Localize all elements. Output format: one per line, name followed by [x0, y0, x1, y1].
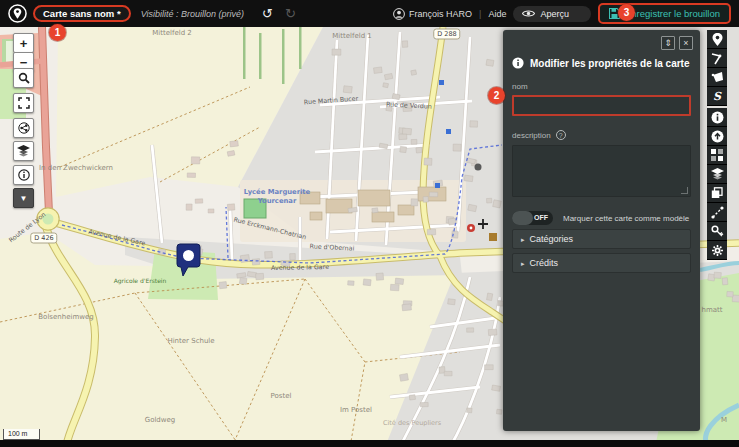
section-credits[interactable]: ▸Crédits: [512, 253, 691, 273]
share-button[interactable]: [13, 118, 34, 138]
draw-polyline-icon: [711, 52, 724, 65]
user-name: François HARO: [409, 9, 472, 19]
redo-button[interactable]: ↻: [285, 6, 296, 21]
measure-icon: [711, 206, 724, 219]
fullscreen-icon: [18, 97, 30, 109]
settings-button[interactable]: [707, 241, 727, 260]
section-categories-label: Catégories: [530, 234, 574, 244]
user-menu[interactable]: François HARO: [393, 8, 472, 20]
map-title-button[interactable]: Carte sans nom *: [33, 5, 131, 22]
map-marker-pin[interactable]: [176, 243, 202, 283]
separator: |: [479, 9, 481, 19]
name-input[interactable]: [512, 95, 691, 116]
user-icon: [393, 8, 405, 20]
map-properties-panel: ⇕ × Modifier les propriétés de la carte …: [503, 30, 700, 431]
draw-polygon-icon: [711, 71, 724, 83]
about-button[interactable]: [13, 165, 34, 185]
draw-marker-icon: [712, 33, 723, 46]
save-draft-label: Enregistrer le brouillon: [625, 8, 720, 19]
import-data-button[interactable]: [707, 127, 727, 146]
info-icon: [18, 169, 30, 181]
panel-title: Modifier les propriétés de la carte: [530, 58, 690, 69]
layers-button[interactable]: [13, 141, 34, 161]
share-icon: [18, 122, 30, 134]
layers-icon: [17, 145, 30, 157]
chevron-right-icon: ▸: [521, 236, 525, 243]
draw-curve-icon: S: [713, 90, 721, 103]
description-field-label: description: [512, 131, 551, 140]
help-question-icon[interactable]: ?: [556, 130, 566, 140]
tilelayer-icon: [711, 168, 724, 180]
info-icon: [512, 57, 524, 69]
section-categories[interactable]: ▸Catégories: [512, 229, 691, 249]
chevron-down-icon: ▼: [20, 194, 28, 203]
zoom-in-button[interactable]: +: [13, 33, 34, 53]
duplicate-map-icon: [711, 187, 723, 199]
info-icon: [711, 111, 724, 124]
visibility-status: Visibilité : Brouillon (privé): [141, 9, 244, 19]
duplicate-map-button[interactable]: [707, 184, 727, 203]
settings-gear-icon: [711, 244, 724, 257]
search-button[interactable]: [13, 68, 34, 88]
preview-label: Aperçu: [540, 9, 569, 19]
manage-layers-button[interactable]: [707, 146, 727, 165]
chevron-right-icon: ▸: [521, 260, 525, 267]
annotation-badge-1: 1: [49, 24, 66, 41]
search-icon: [18, 72, 30, 84]
draw-curve-button[interactable]: S: [707, 87, 727, 106]
map-info-button[interactable]: [707, 108, 727, 127]
undo-button[interactable]: ↺: [262, 6, 273, 21]
permissions-button[interactable]: [707, 222, 727, 241]
zoom-in-icon: +: [20, 36, 28, 51]
panel-close-button[interactable]: ×: [679, 36, 693, 50]
draw-polygon-button[interactable]: [707, 68, 727, 87]
eye-icon: [522, 9, 535, 18]
template-toggle-label: Marquer cette carte comme modèle: [563, 214, 689, 223]
annotation-badge-3: 3: [618, 4, 635, 21]
draw-marker-button[interactable]: [707, 30, 727, 49]
bottom-strip: [0, 440, 739, 447]
more-controls-button[interactable]: ▼: [13, 188, 34, 208]
panel-resize-button[interactable]: ⇕: [661, 36, 675, 50]
import-icon: [711, 130, 724, 143]
umap-logo-icon: [8, 4, 27, 23]
measure-button[interactable]: [707, 203, 727, 222]
help-link[interactable]: Aide: [488, 9, 506, 19]
permissions-key-icon: [711, 225, 724, 238]
fullscreen-button[interactable]: [13, 93, 34, 113]
template-toggle[interactable]: OFF: [512, 211, 553, 225]
manage-layers-icon: [711, 149, 723, 161]
annotation-badge-2: 2: [488, 87, 505, 104]
section-credits-label: Crédits: [530, 258, 559, 268]
toggle-state-label: OFF: [534, 214, 548, 221]
toggle-knob: [512, 211, 533, 225]
poi-hotel-icon: [489, 233, 497, 241]
change-tilelayer-button[interactable]: [707, 165, 727, 184]
preview-button[interactable]: Aperçu: [513, 6, 591, 22]
description-textarea[interactable]: [512, 145, 691, 197]
draw-polyline-button[interactable]: [707, 49, 727, 68]
umap-editor-screen: Mittelfeld 2Mittelfeld 1D 288Rue Martin …: [0, 0, 739, 447]
map-scale-bar: 100 m: [3, 429, 40, 440]
name-field-label: nom: [512, 82, 691, 91]
poi-gear-icon: [475, 164, 482, 171]
